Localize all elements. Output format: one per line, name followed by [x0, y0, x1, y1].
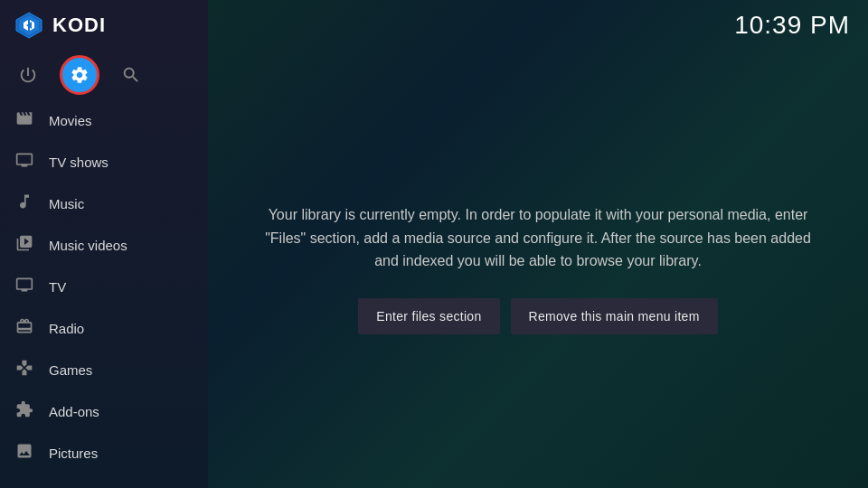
sidebar-item-movies[interactable]: Movies — [0, 99, 208, 141]
sidebar-item-tvshows[interactable]: TV shows — [0, 141, 208, 183]
addons-icon — [14, 400, 34, 423]
tvshows-icon — [14, 151, 34, 174]
sidebar-item-music[interactable]: Music — [0, 183, 208, 224]
app-title: KODI — [52, 14, 106, 37]
sidebar-music-label: Music — [49, 196, 84, 211]
action-buttons: Enter files section Remove this main men… — [358, 298, 717, 334]
sidebar-item-tv[interactable]: TV — [0, 266, 208, 307]
sidebar-item-radio[interactable]: Radio — [0, 307, 208, 349]
sidebar-movies-label: Movies — [49, 113, 92, 128]
search-button[interactable] — [118, 61, 145, 89]
content-center: Your library is currently empty. In orde… — [208, 50, 868, 488]
sidebar-item-musicvideos[interactable]: Music videos — [0, 224, 208, 266]
main-content: 10:39 PM Your library is currently empty… — [208, 0, 868, 488]
sidebar-pictures-label: Pictures — [49, 446, 98, 461]
clock-display: 10:39 PM — [734, 11, 850, 40]
sidebar-item-games[interactable]: Games — [0, 349, 208, 390]
power-icon — [18, 65, 38, 85]
settings-button[interactable] — [60, 55, 99, 95]
pictures-icon — [14, 442, 34, 465]
top-bar: 10:39 PM — [208, 0, 868, 50]
sidebar-musicvideos-label: Music videos — [49, 238, 127, 253]
musicvideos-icon — [14, 234, 34, 257]
kodi-logo-icon: ⬡ — [14, 11, 43, 40]
sidebar-nav: Movies TV shows Music Music videos — [0, 99, 208, 488]
power-button[interactable] — [14, 61, 42, 89]
search-icon — [121, 65, 141, 85]
remove-menu-item-button[interactable]: Remove this main menu item — [511, 298, 718, 334]
sidebar-radio-label: Radio — [49, 321, 84, 336]
tv-icon — [14, 276, 34, 298]
sidebar-tvshows-label: TV shows — [49, 155, 108, 170]
settings-icon — [70, 65, 90, 85]
enter-files-button[interactable]: Enter files section — [358, 298, 499, 334]
games-icon — [14, 359, 34, 381]
radio-icon — [14, 317, 34, 340]
sidebar-item-addons[interactable]: Add-ons — [0, 390, 208, 432]
sidebar-header: ⬡ KODI — [0, 0, 208, 50]
movies-icon — [14, 109, 34, 132]
sidebar-item-pictures[interactable]: Pictures — [0, 432, 208, 474]
sidebar: ⬡ KODI — [0, 0, 208, 488]
music-icon — [14, 192, 34, 215]
sidebar-addons-label: Add-ons — [49, 404, 99, 419]
sidebar-games-label: Games — [49, 362, 92, 378]
sidebar-tv-label: TV — [49, 279, 66, 295]
sidebar-icon-row — [0, 50, 208, 99]
library-empty-message: Your library is currently empty. In orde… — [262, 203, 814, 273]
